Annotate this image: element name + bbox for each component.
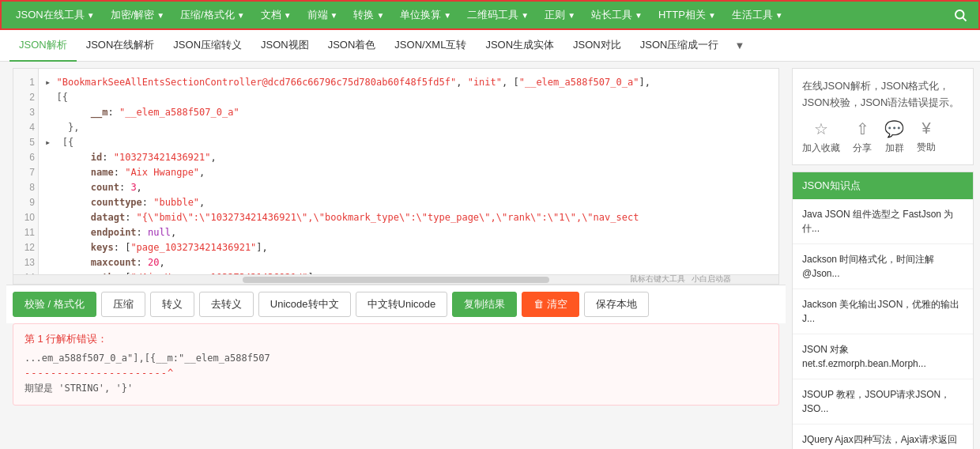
line-numbers: 12345 678910 1112131415 1617 [13,69,39,274]
sidebar-actions: ☆ 加入收藏 ⇧ 分享 💬 加群 ¥ 赞助 [802,119,963,155]
scrollbar[interactable]: 鼠标右键大工具 小白启动器 [13,274,778,284]
right-sidebar: 在线JSON解析，JSON格式化，JSON校验，JSON语法错误提示。 ☆ 加入… [792,68,974,449]
format-button[interactable]: 校验 / 格式化 [13,292,96,317]
chevron-down-icon: ▼ [87,11,95,20]
error-title: 第 1 行解析错误： [24,332,767,346]
chevron-down-icon: ▼ [156,11,164,20]
nav-item-http[interactable]: HTTP相关 ▼ [650,0,724,30]
chevron-down-icon: ▼ [521,11,529,20]
knowledge-item-5[interactable]: JQuery Ajax四种写法，Ajax请求返回JS... @稀土掘金技术社区 [793,424,973,449]
chevron-down-icon: ▼ [443,11,451,20]
code-editor[interactable]: 12345 678910 1112131415 1617 ▸ "Bookmark… [13,68,779,285]
save-local-button[interactable]: 保存本地 [584,292,649,317]
copy-result-button[interactable]: 复制结果 [452,292,517,317]
chevron-down-icon: ▼ [635,11,643,20]
tab-json-xml[interactable]: JSON/XML互转 [385,30,476,62]
nav-item-json[interactable]: JSON在线工具 ▼ [8,0,103,30]
intro-text: 在线JSON解析，JSON格式化，JSON校验，JSON语法错误提示。 [802,78,963,111]
nav-item-regex[interactable]: 正则 ▼ [537,0,583,30]
chevron-down-icon: ▼ [376,11,384,20]
compress-button[interactable]: 压缩 [101,292,145,317]
unicode-to-chinese-button[interactable]: Unicode转中文 [258,292,351,317]
editor-section: 12345 678910 1112131415 1617 ▸ "Bookmark… [6,68,786,449]
action-donate[interactable]: ¥ 赞助 [917,119,936,155]
main-content: 12345 678910 1112131415 1617 ▸ "Bookmark… [0,62,980,449]
chevron-down-icon: ▼ [775,11,783,20]
knowledge-item-3[interactable]: JSON 对象net.sf.ezmorph.bean.Morph... [793,334,973,379]
search-button[interactable] [948,3,972,27]
chevron-down-icon: ▼ [330,11,338,20]
tab-json-color[interactable]: JSON着色 [318,30,386,62]
tab-more[interactable]: ▼ [728,30,751,62]
code-area[interactable]: ▸ "BookmarkSeeAllEntsSectionController@d… [39,69,778,274]
yuan-icon: ¥ [922,119,930,138]
bottom-toolbar: 校验 / 格式化 压缩 转义 去转义 Unicode转中文 中文转Unicode… [6,285,786,323]
nav-item-webmaster[interactable]: 站长工具 ▼ [583,0,650,30]
chevron-down-icon: ▼ [237,11,245,20]
action-favorite[interactable]: ☆ 加入收藏 [802,119,840,155]
share-icon: ⇧ [856,119,869,138]
tab-json-entity[interactable]: JSON生成实体 [476,30,564,62]
nav-item-docs[interactable]: 文档 ▼ [253,0,300,30]
chat-icon: 💬 [884,119,904,138]
error-panel: 第 1 行解析错误： ...em_a588f507_0_a"],[{__m:"_… [13,323,779,406]
clear-button[interactable]: 🗑 清空 [522,292,579,317]
error-code: ...em_a588f507_0_a"],[{__m:"__elem_a588f… [24,351,767,397]
star-icon: ☆ [814,119,828,138]
knowledge-item-1[interactable]: Jackson 时间格式化，时间注解 @Json... [793,244,973,289]
knowledge-item-0[interactable]: Java JSON 组件选型之 FastJson 为什... [793,199,973,244]
action-join-group[interactable]: 💬 加群 [884,119,904,155]
nav-items: JSON在线工具 ▼ 加密/解密 ▼ 压缩/格式化 ▼ 文档 ▼ 前端 ▼ 转换… [8,0,948,30]
knowledge-item-2[interactable]: Jackson 美化输出JSON，优雅的输出J... [793,289,973,334]
knowledge-header: JSON知识点 [793,172,973,199]
nav-item-convert[interactable]: 转换 ▼ [345,0,392,30]
chevron-down-icon: ▼ [708,11,716,20]
sidebar-knowledge: JSON知识点 Java JSON 组件选型之 FastJson 为什... J… [792,172,974,449]
chinese-to-unicode-button[interactable]: 中文转Unicode [356,292,448,317]
nav-item-qrcode[interactable]: 二维码工具 ▼ [459,0,537,30]
unescape-button[interactable]: 去转义 [199,292,254,317]
tab-json-view[interactable]: JSON视图 [251,30,318,62]
tab-json-compare[interactable]: JSON对比 [564,30,631,62]
tab-json-online-parse[interactable]: JSON在线解析 [77,30,164,62]
tab-json-parse[interactable]: JSON解析 [9,30,77,62]
knowledge-item-4[interactable]: JSOUP 教程，JSOUP请求JSON，JSO... [793,379,973,424]
tab-json-oneline[interactable]: JSON压缩成一行 [631,30,729,62]
svg-line-1 [963,17,966,21]
nav-item-life[interactable]: 生活工具 ▼ [724,0,791,30]
nav-item-frontend[interactable]: 前端 ▼ [300,0,346,30]
top-nav: JSON在线工具 ▼ 加密/解密 ▼ 压缩/格式化 ▼ 文档 ▼ 前端 ▼ 转换… [0,0,980,30]
tab-json-compress-escape[interactable]: JSON压缩转义 [164,30,251,62]
nav-item-encrypt[interactable]: 加密/解密 ▼ [103,0,173,30]
escape-button[interactable]: 转义 [150,292,194,317]
nav-item-compress[interactable]: 压缩/格式化 ▼ [172,0,253,30]
chevron-down-icon: ▼ [284,11,292,20]
sidebar-intro: 在线JSON解析，JSON格式化，JSON校验，JSON语法错误提示。 ☆ 加入… [792,68,974,165]
chevron-down-icon: ▼ [567,11,575,20]
svg-point-0 [956,10,964,19]
nav-item-units[interactable]: 单位换算 ▼ [392,0,459,30]
action-share[interactable]: ⇧ 分享 [853,119,872,155]
sub-nav: JSON解析 JSON在线解析 JSON压缩转义 JSON视图 JSON着色 J… [0,30,980,62]
